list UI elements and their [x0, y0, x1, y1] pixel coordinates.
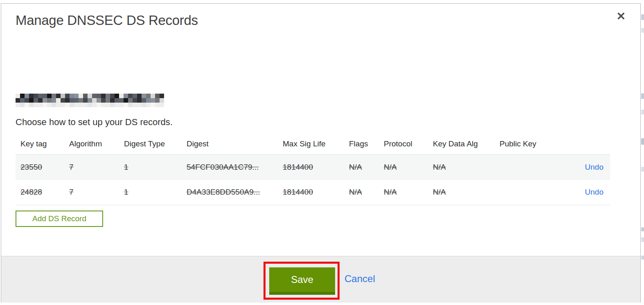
- column-header-flags: Flags: [344, 135, 379, 155]
- mosaic-pixel: [92, 94, 97, 98]
- cell-digest-type: 1: [119, 155, 182, 180]
- close-icon[interactable]: ✕: [616, 11, 626, 22]
- undo-link[interactable]: Undo: [585, 163, 603, 171]
- column-header-algorithm: Algorithm: [64, 135, 119, 155]
- mosaic-pixel: [70, 98, 74, 103]
- cell-public-key: [495, 155, 552, 180]
- mosaic-pixel: [151, 98, 155, 103]
- mosaic-pixel: [133, 103, 137, 107]
- mosaic-pixel: [43, 94, 47, 98]
- mosaic-pixel: [101, 103, 106, 107]
- mosaic-pixel: [106, 103, 110, 107]
- mosaic-pixel: [38, 103, 43, 107]
- cancel-link[interactable]: Cancel: [345, 273, 375, 285]
- background-page-sliver: [641, 0, 644, 305]
- mosaic-pixel: [155, 94, 160, 98]
- cell-value: N/A: [384, 188, 397, 196]
- mosaic-pixel: [137, 94, 142, 98]
- mosaic-pixel: [83, 94, 88, 98]
- mosaic-pixel: [115, 103, 119, 107]
- cell-key-data-alg: N/A: [428, 180, 495, 205]
- cell-value: N/A: [433, 163, 446, 171]
- sliver-mark: [641, 93, 644, 99]
- mosaic-pixel: [119, 98, 124, 103]
- mosaic-pixel: [146, 98, 151, 103]
- mosaic-pixel: [34, 103, 38, 107]
- mosaic-pixel: [83, 98, 88, 103]
- subtitle-text: Choose how to set up your DS records.: [16, 117, 173, 128]
- mosaic-pixel: [88, 98, 92, 103]
- mosaic-pixel: [70, 94, 74, 98]
- mosaic-pixel: [16, 98, 20, 103]
- column-header-key-tag: Key tag: [16, 135, 64, 155]
- undo-link[interactable]: Undo: [585, 188, 603, 196]
- sliver-mark: [641, 110, 644, 114]
- mosaic-pixel: [160, 103, 164, 107]
- mosaic-pixel: [128, 98, 133, 103]
- cell-digest: D4A33E8DD550A9...: [182, 180, 278, 205]
- cell-algorithm: 7: [64, 155, 119, 180]
- mosaic-pixel: [88, 103, 92, 107]
- table-row: 235507154FCF030AA1C79...1814400N/AN/AN/A…: [16, 155, 610, 180]
- cell-key-data-alg: N/A: [428, 155, 495, 180]
- cell-value: N/A: [349, 163, 362, 171]
- cell-value: N/A: [349, 188, 362, 196]
- add-ds-record-button[interactable]: Add DS Record: [16, 211, 103, 227]
- mosaic-pixel: [142, 103, 146, 107]
- cell-protocol: N/A: [379, 180, 428, 205]
- cell-digest: 54FCF030AA1C79...: [182, 155, 278, 180]
- mosaic-pixel: [146, 94, 151, 98]
- cell-public-key: [495, 180, 552, 205]
- mosaic-pixel: [155, 103, 160, 107]
- mosaic-pixel: [151, 103, 155, 107]
- mosaic-pixel: [47, 94, 52, 98]
- mosaic-pixel: [124, 103, 128, 107]
- column-header-action: [552, 135, 610, 155]
- cell-flags: N/A: [344, 180, 379, 205]
- mosaic-pixel: [115, 98, 119, 103]
- cell-value: 23550: [20, 163, 42, 171]
- mosaic-pixel: [65, 94, 70, 98]
- cell-digest-type: 1: [119, 180, 182, 205]
- column-header-digest-type: Digest Type: [119, 135, 182, 155]
- mosaic-pixel: [79, 94, 83, 98]
- sliver-mark: [641, 14, 644, 20]
- mosaic-pixel: [137, 103, 142, 107]
- mosaic-pixel: [92, 103, 97, 107]
- save-button[interactable]: Save: [269, 267, 335, 295]
- column-header-max-sig-life: Max Sig Life: [278, 135, 344, 155]
- mosaic-pixel: [74, 98, 79, 103]
- mosaic-pixel: [29, 94, 34, 98]
- mosaic-pixel: [79, 103, 83, 107]
- cell-max-sig-life: 1814400: [278, 180, 344, 205]
- mosaic-pixel: [110, 94, 115, 98]
- mosaic-pixel: [25, 98, 29, 103]
- cell-value: N/A: [384, 163, 397, 171]
- sliver-mark: [641, 256, 644, 260]
- screenshot-stage: Manage DNSSEC DS Records ✕ Choose how to…: [0, 0, 644, 305]
- mosaic-pixel: [52, 94, 56, 98]
- mosaic-pixel: [47, 103, 52, 107]
- mosaic-pixel: [56, 98, 61, 103]
- mosaic-pixel: [133, 98, 137, 103]
- mosaic-pixel: [38, 98, 43, 103]
- mosaic-pixel: [128, 94, 133, 98]
- cell-action: Undo: [552, 180, 610, 205]
- mosaic-pixel: [25, 103, 29, 107]
- mosaic-pixel: [74, 94, 79, 98]
- manage-dnssec-modal: Manage DNSSEC DS Records ✕ Choose how to…: [1, 3, 641, 303]
- cell-value: 24828: [20, 188, 42, 196]
- modal-footer: Save Cancel: [1, 256, 640, 303]
- cell-value: 1814400: [283, 163, 313, 171]
- mosaic-pixel: [20, 103, 25, 107]
- mosaic-pixel: [61, 98, 65, 103]
- mosaic-pixel: [106, 98, 110, 103]
- mosaic-pixel: [65, 103, 70, 107]
- mosaic-pixel: [101, 98, 106, 103]
- mosaic-pixel: [142, 94, 146, 98]
- cell-flags: N/A: [344, 155, 379, 180]
- mosaic-pixel: [34, 94, 38, 98]
- modal-title: Manage DNSSEC DS Records: [16, 13, 198, 28]
- mosaic-pixel: [16, 94, 20, 98]
- sliver-mark: [641, 138, 644, 145]
